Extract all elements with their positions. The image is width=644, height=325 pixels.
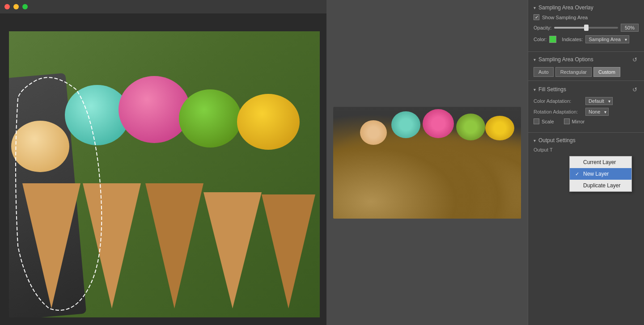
fill-settings-actions: ↺ xyxy=(631,85,639,93)
opacity-label: Opacity: xyxy=(534,25,551,30)
rotation-adaptation-dropdown[interactable]: None xyxy=(585,108,609,116)
rectangular-button[interactable]: Rectangular xyxy=(555,67,592,77)
preview-scoop-beige xyxy=(360,120,387,145)
preview-image xyxy=(333,107,521,219)
color-row: Color: Indicates: Sampling Area xyxy=(534,35,639,43)
fill-settings-section: ▾ Fill Settings ↺ Color Adaptation: Defa… xyxy=(528,81,644,133)
sampling-options-reset-btn[interactable]: ↺ xyxy=(631,55,639,63)
collapse-arrow-sampling-overlay[interactable]: ▾ xyxy=(534,5,536,10)
preview-scoop-yellow xyxy=(485,116,514,140)
preview-scoop-pink xyxy=(423,109,454,138)
mirror-checkbox-label[interactable]: Mirror xyxy=(564,118,585,124)
new-layer-label: New Layer xyxy=(583,171,609,177)
custom-button[interactable]: Custom xyxy=(593,67,620,77)
output-type-label: Output T xyxy=(534,147,583,152)
scale-label: Scale xyxy=(542,119,554,124)
duplicate-layer-label: Duplicate Layer xyxy=(583,182,620,189)
output-type-dropdown-menu: Current Layer ✓ New Layer Duplicate Laye… xyxy=(569,156,632,192)
maximize-dot[interactable] xyxy=(22,4,28,9)
cone-4 xyxy=(203,192,262,308)
preview-scoop-teal xyxy=(391,111,420,138)
opacity-slider-thumb[interactable] xyxy=(584,25,589,31)
middle-preview-area xyxy=(326,0,528,325)
canvas-area: @keyframes dash { to { stroke-dashoffset… xyxy=(0,0,326,325)
scoop-3 xyxy=(119,76,190,143)
show-sampling-checkbox-container: Show Sampling Area xyxy=(534,14,588,20)
cone-2 xyxy=(83,183,141,308)
scale-checkbox-label[interactable]: Scale xyxy=(534,118,554,124)
output-settings-title: Output Settings xyxy=(538,137,576,144)
opacity-slider-container: 50% xyxy=(554,24,639,32)
current-layer-label: Current Layer xyxy=(583,159,616,165)
output-settings-section: ▾ Output Settings Output T Current Layer… xyxy=(528,133,644,160)
color-adaptation-row: Color Adaptation: Default xyxy=(534,97,639,105)
cone-3 xyxy=(145,183,203,308)
dropdown-option-duplicate-layer[interactable]: Duplicate Layer xyxy=(570,180,631,191)
collapse-arrow-fill[interactable]: ▾ xyxy=(534,87,536,92)
sampling-overlay-section: ▾ Sampling Area Overlay Show Sampling Ar… xyxy=(528,0,644,52)
indicates-label: Indicates: xyxy=(562,37,583,42)
scoop-1 xyxy=(11,121,69,172)
opacity-value[interactable]: 50% xyxy=(621,24,639,32)
fill-settings-reset-btn[interactable]: ↺ xyxy=(631,85,639,93)
opacity-slider-track[interactable] xyxy=(554,27,618,29)
rotation-adaptation-value: None xyxy=(589,109,600,114)
new-layer-checkmark: ✓ xyxy=(575,171,580,177)
auto-button[interactable]: Auto xyxy=(534,67,554,77)
mirror-label: Mirror xyxy=(572,119,585,124)
mirror-checkbox[interactable] xyxy=(564,118,570,124)
show-sampling-label: Show Sampling Area xyxy=(542,15,588,20)
color-swatch[interactable] xyxy=(549,36,556,43)
canvas-background: @keyframes dash { to { stroke-dashoffset… xyxy=(9,31,320,317)
cone-1 xyxy=(22,183,80,308)
fill-settings-title: Fill Settings xyxy=(538,86,566,93)
dropdown-option-new-layer[interactable]: ✓ New Layer xyxy=(570,168,631,180)
rotation-adaptation-row: Rotation Adaptation: None xyxy=(534,108,639,116)
cone-5 xyxy=(262,194,315,308)
scale-checkbox[interactable] xyxy=(534,118,539,124)
sampling-overlay-title: Sampling Area Overlay xyxy=(538,4,593,11)
top-bar xyxy=(0,0,326,13)
indicates-dropdown[interactable]: Sampling Area xyxy=(585,35,629,43)
fill-settings-header: ▾ Fill Settings ↺ xyxy=(534,85,639,93)
color-adaptation-label: Color Adaptation: xyxy=(534,98,583,104)
color-adaptation-dropdown[interactable]: Default xyxy=(585,97,613,105)
color-label: Color: xyxy=(534,37,547,42)
sampling-overlay-header: ▾ Sampling Area Overlay xyxy=(534,4,639,11)
sampling-area-options-title: Sampling Area Options xyxy=(538,56,593,63)
opacity-row: Opacity: 50% xyxy=(534,24,639,32)
show-sampling-row: Show Sampling Area xyxy=(534,14,639,20)
output-type-row: Output T Current Layer ✓ New Layer Dupli… xyxy=(534,147,639,152)
dropdown-option-current-layer[interactable]: Current Layer xyxy=(570,156,631,168)
canvas-image: @keyframes dash { to { stroke-dashoffset… xyxy=(9,31,320,317)
sampling-options-actions: ↺ xyxy=(631,55,639,63)
show-sampling-checkbox[interactable] xyxy=(534,14,539,20)
right-panel: ▾ Sampling Area Overlay Show Sampling Ar… xyxy=(528,0,644,325)
scoop-4 xyxy=(179,89,242,148)
close-dot[interactable] xyxy=(4,4,10,9)
preview-scene xyxy=(333,107,521,219)
opacity-slider-fill xyxy=(554,27,586,29)
sampling-area-buttons: Auto Rectangular Custom xyxy=(534,67,639,77)
scale-mirror-row: Scale Mirror xyxy=(534,118,639,124)
output-settings-header: ▾ Output Settings xyxy=(534,137,639,144)
sampling-area-options-header: ▾ Sampling Area Options ↺ xyxy=(534,55,639,63)
color-adaptation-value: Default xyxy=(589,98,604,104)
scoop-5 xyxy=(237,94,300,150)
sampling-area-options-section: ▾ Sampling Area Options ↺ Auto Rectangul… xyxy=(528,52,644,81)
rotation-adaptation-label: Rotation Adaptation: xyxy=(534,109,583,114)
collapse-arrow-sampling-options[interactable]: ▾ xyxy=(534,57,536,62)
indicates-value: Sampling Area xyxy=(589,37,621,42)
collapse-arrow-output[interactable]: ▾ xyxy=(534,138,536,143)
minimize-dot[interactable] xyxy=(13,4,19,9)
preview-scoop-green xyxy=(456,114,485,140)
